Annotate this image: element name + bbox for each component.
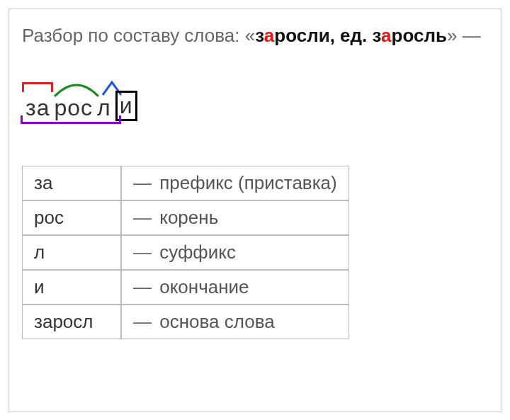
morpheme-cell: и xyxy=(22,270,121,305)
morpheme-table: за — префикс (приставка) рос — корень л … xyxy=(22,166,349,339)
desc-cell: — префикс (приставка) xyxy=(121,166,349,200)
desc-text: префикс (приставка) xyxy=(159,172,336,193)
heading-close: » — xyxy=(447,25,481,46)
word-analysis-panel: Разбор по составу слова: «заросли, ед. з… xyxy=(8,8,502,412)
desc-cell: — суффикс xyxy=(121,235,349,270)
dash: — xyxy=(133,311,152,332)
heading-prefix: Разбор по составу слова: « xyxy=(22,25,255,46)
dash: — xyxy=(133,276,152,297)
table-row: за — префикс (приставка) xyxy=(22,166,349,200)
word1-stressed: а xyxy=(264,25,274,46)
heading-sep: , ед. xyxy=(330,25,373,46)
desc-cell: — окончание xyxy=(121,270,349,305)
morpheme-cell: за xyxy=(22,166,121,200)
heading: Разбор по составу слова: «заросли, ед. з… xyxy=(22,23,488,48)
morpheme-cell: рос xyxy=(22,200,121,235)
dash: — xyxy=(133,172,152,193)
word1-part2: росли xyxy=(274,25,329,46)
word1-part1: з xyxy=(255,25,264,46)
desc-text: окончание xyxy=(159,276,249,297)
desc-cell: — основа слова xyxy=(121,305,349,339)
table-row: и — окончание xyxy=(22,270,349,305)
desc-text: суффикс xyxy=(159,242,236,263)
dash: — xyxy=(133,242,152,263)
morpheme-cell: заросл xyxy=(22,305,121,339)
dash: — xyxy=(133,207,152,228)
word2-stressed: а xyxy=(381,25,391,46)
word2-part1: з xyxy=(373,25,382,46)
table-row: заросл — основа слова xyxy=(22,305,349,339)
desc-text: корень xyxy=(159,207,218,228)
desc-text: основа слова xyxy=(159,311,274,332)
desc-cell: — корень xyxy=(121,200,349,235)
table-row: л — суффикс xyxy=(22,235,349,270)
morpheme-segments: за рос л и xyxy=(23,74,137,121)
word2-part2: росль xyxy=(392,25,447,46)
stem-bracket-marker xyxy=(21,115,121,124)
morpheme-diagram: за рос л и xyxy=(23,74,137,122)
table-row: рос — корень xyxy=(22,200,349,235)
morpheme-cell: л xyxy=(22,235,121,270)
